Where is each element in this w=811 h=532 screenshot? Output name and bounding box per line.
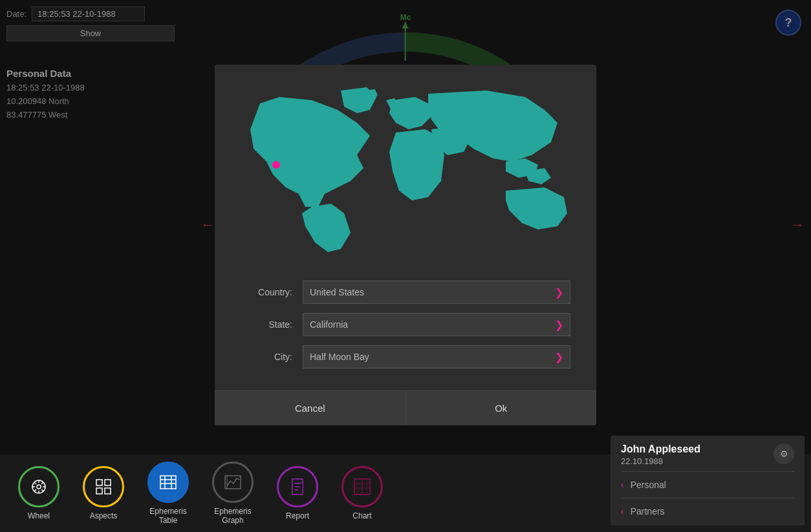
state-arrow[interactable]: ❯ [555,319,563,331]
profile-name: John Appleseed [621,443,700,455]
svg-rect-28 [362,479,367,495]
nav-item-ephemeris-graph[interactable]: EphemerisGraph [207,462,259,525]
svg-line-9 [41,482,43,484]
nav-item-aspects[interactable]: Aspects [78,466,129,520]
svg-rect-27 [358,479,362,495]
profile-header: John Appleseed 22.10.1988 ⚙ [621,443,794,466]
country-value: United States [310,287,555,297]
country-arrow[interactable]: ❯ [555,286,563,299]
wheel-icon [18,466,59,507]
svg-rect-14 [105,488,111,494]
personal-label: Personal [631,480,666,490]
svg-rect-13 [96,488,102,494]
gear-button[interactable]: ⚙ [773,443,794,464]
profile-divider [621,471,794,472]
chart-label: Chart [352,511,371,520]
ephemeris-table-label: EphemerisTable [149,507,186,525]
city-value: Half Moon Bay [310,352,555,362]
country-field[interactable]: United States ❯ [303,281,570,304]
svg-rect-11 [96,480,102,485]
nav-item-ephemeris-table[interactable]: EphemerisTable [142,462,194,525]
personal-chevron-icon: ‹ [621,480,624,490]
world-map [228,78,583,259]
svg-rect-12 [105,480,111,485]
profile-date: 22.10.1988 [621,456,700,466]
ok-button[interactable]: Ok [406,391,597,425]
profile-personal-row[interactable]: ‹ Personal [621,476,794,494]
wheel-label: Wheel [28,511,50,520]
map-container [215,65,596,268]
ephemeris-table-icon [147,462,189,503]
city-arrow[interactable]: ❯ [555,351,563,363]
city-label: City: [241,352,292,362]
country-label: Country: [241,287,292,297]
profile-info: John Appleseed 22.10.1988 [621,443,700,466]
profile-divider-2 [621,498,794,498]
city-field[interactable]: Half Moon Bay ❯ [303,345,570,368]
location-modal: Country: United States ❯ State: Californ… [215,65,596,425]
svg-rect-20 [225,476,241,489]
profile-partners-row[interactable]: ‹ Partners [621,502,794,520]
nav-item-wheel[interactable]: Wheel [13,466,65,520]
svg-line-7 [34,482,36,484]
location-dot [272,161,280,169]
aspects-label: Aspects [90,511,118,520]
city-row: City: Half Moon Bay ❯ [241,345,570,368]
svg-line-8 [41,489,43,491]
state-label: State: [241,319,292,330]
ephemeris-graph-label: EphemerisGraph [214,507,251,525]
state-value: California [310,319,555,330]
ephemeris-graph-icon [212,462,254,503]
report-icon [277,466,318,507]
svg-line-10 [34,489,36,491]
chart-icon [341,466,383,507]
svg-rect-15 [160,476,176,489]
nav-item-report[interactable]: Report [272,466,323,520]
modal-buttons: Cancel Ok [215,390,596,425]
country-row: Country: United States ❯ [241,281,570,304]
nav-item-chart[interactable]: Chart [336,466,388,520]
profile-card: John Appleseed 22.10.1988 ⚙ ‹ Personal ‹… [611,436,805,526]
aspects-icon [83,466,124,507]
cancel-button[interactable]: Cancel [215,391,406,425]
state-field[interactable]: California ❯ [303,313,570,336]
partners-chevron-icon: ‹ [621,506,624,516]
form-section: Country: United States ❯ State: Californ… [215,268,596,390]
state-row: State: California ❯ [241,313,570,336]
partners-label: Partners [631,506,665,516]
report-label: Report [286,511,309,520]
svg-point-2 [37,485,41,489]
